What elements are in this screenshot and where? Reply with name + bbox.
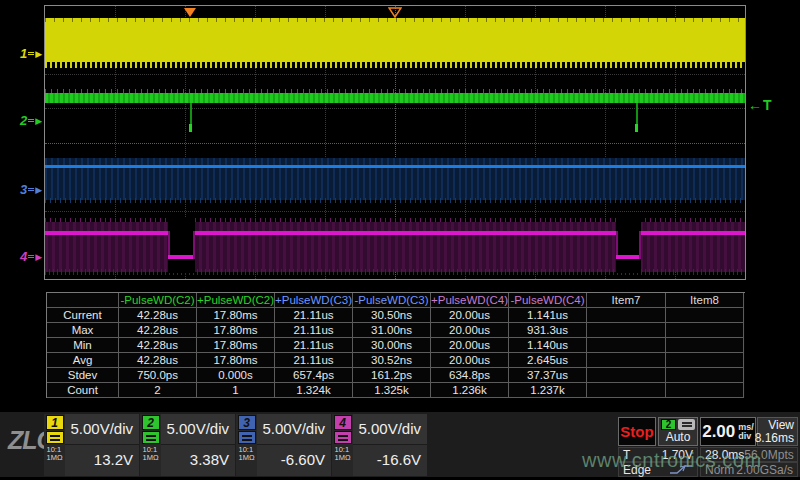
row-label: Avg xyxy=(47,353,119,368)
table-cell: 42.28us xyxy=(119,308,197,323)
table-cell xyxy=(587,368,666,383)
table-cell: 21.11us xyxy=(275,323,353,338)
table-cell xyxy=(666,368,744,383)
trigger-coupling-icon xyxy=(678,419,695,430)
table-cell: 0.000s xyxy=(197,368,275,383)
table-cell: 31.00ns xyxy=(353,323,431,338)
ch1-marker-number: 1 xyxy=(20,46,27,61)
table-cell: 634.8ps xyxy=(431,368,509,383)
table-cell: 42.28us xyxy=(119,338,197,353)
ch3-waveform-noise xyxy=(45,198,745,203)
view-window-button[interactable]: View 8.16ms xyxy=(757,417,798,446)
ch4-dc-coupling-icon xyxy=(334,431,352,444)
table-header-cell: -PulseWD(C3) xyxy=(353,293,431,308)
ch3-marker-number: 3 xyxy=(20,182,27,197)
table-cell xyxy=(587,383,666,398)
ch4-position-marker[interactable]: 4 ▶ xyxy=(20,249,42,264)
measurement-table: -PulseWD(C2) +PulseWD(C2) +PulseWD(C3) -… xyxy=(46,292,745,398)
ch1-probe-info: 10:11MΩ xyxy=(46,446,62,462)
table-cell xyxy=(666,383,744,398)
ch2-scale: 5.00V/div xyxy=(161,414,235,445)
row-label: Max xyxy=(47,323,119,338)
table-cell: 2 xyxy=(119,383,197,398)
ch2-settings-button[interactable]: 2 10:11MΩ 5.00V/div 3.38V xyxy=(140,414,235,476)
trigger-mode-button[interactable]: 2 Auto xyxy=(658,417,698,446)
ch1-settings-button[interactable]: 1 10:11MΩ 5.00V/div 13.2V xyxy=(44,414,139,476)
table-cell: 1 xyxy=(197,383,275,398)
ch4-settings-button[interactable]: 4 10:11MΩ 5.00V/div -16.6V xyxy=(332,414,427,476)
table-cell xyxy=(587,353,666,368)
table-cell: 1.237k xyxy=(509,383,587,398)
ch3-dc-coupling-icon xyxy=(238,431,256,444)
table-cell: 42.28us xyxy=(119,353,197,368)
ch1-marker-arrow-icon: ▶ xyxy=(35,49,42,59)
table-cell: 20.00us xyxy=(431,323,509,338)
timebase-value: 2.00 xyxy=(702,422,735,442)
ch1-position-marker[interactable]: 1 ▶ xyxy=(20,46,42,61)
timebase-button[interactable]: 2.00 ms/div xyxy=(700,417,756,446)
table-cell xyxy=(587,308,666,323)
table-header-cell: +PulseWD(C4) xyxy=(431,293,509,308)
trigger-source-badge: 2 xyxy=(661,419,676,430)
ch4-marker-number: 4 xyxy=(20,249,27,264)
table-cell xyxy=(587,338,666,353)
ch2-waveform xyxy=(45,93,745,103)
ch3-probe-info: 10:11MΩ xyxy=(238,446,254,462)
ch1-waveform xyxy=(45,18,745,62)
ch4-badge: 4 xyxy=(334,415,352,430)
table-cell: 2.645us xyxy=(509,353,587,368)
table-cell: 20.00us xyxy=(431,338,509,353)
ch2-badge: 2 xyxy=(142,415,160,430)
row-label: Current xyxy=(47,308,119,323)
table-cell: 931.3us xyxy=(509,323,587,338)
ch2-dc-coupling-icon xyxy=(142,431,160,444)
ch2-pulse-low xyxy=(189,124,192,132)
trigger-level-label: T xyxy=(763,97,773,113)
ch1-coupling-icon xyxy=(28,50,34,57)
ch1-scale: 5.00V/div xyxy=(65,414,139,445)
table-cell: 17.80ms xyxy=(197,338,275,353)
table-cell: 1.325k xyxy=(353,383,431,398)
table-cell: 1.324k xyxy=(275,383,353,398)
ch3-offset: -6.60V xyxy=(257,445,331,476)
table-cell: 30.00ns xyxy=(353,338,431,353)
table-cell: 161.2ps xyxy=(353,368,431,383)
trigger-level-marker[interactable]: ←T xyxy=(748,97,773,113)
table-cell: 30.50ns xyxy=(353,308,431,323)
ch2-pulse xyxy=(636,103,638,126)
ch3-coupling-icon xyxy=(28,186,34,193)
table-cell: 20.00us xyxy=(431,308,509,323)
ch4-marker-arrow-icon: ▶ xyxy=(35,252,42,262)
ch4-probe-info: 10:11MΩ xyxy=(334,446,350,462)
table-cell: 30.52ns xyxy=(353,353,431,368)
ch2-pulse-low xyxy=(635,124,638,132)
table-cell: 21.11us xyxy=(275,308,353,323)
ch4-coupling-icon xyxy=(28,253,34,260)
left-arrow-icon: ← xyxy=(748,97,763,113)
ch3-position-marker[interactable]: 3 ▶ xyxy=(20,182,42,197)
table-header-cell: +PulseWD(C3) xyxy=(275,293,353,308)
ch4-offset: -16.6V xyxy=(353,445,427,476)
oscilloscope-screen: 1 ▶ 2 ▶ 3 ▶ 4 ▶ xyxy=(0,0,800,480)
ch3-settings-button[interactable]: 3 10:11MΩ 5.00V/div -6.60V xyxy=(236,414,331,476)
table-cell: 20.00us xyxy=(431,353,509,368)
table-cell: 17.80ms xyxy=(197,323,275,338)
trigger-mode-label: Auto xyxy=(666,430,691,444)
trigger-delay-marker-icon[interactable] xyxy=(184,8,196,17)
table-cell xyxy=(666,338,744,353)
ch1-waveform-edges xyxy=(45,62,745,68)
table-header-cell: +PulseWD(C2) xyxy=(197,293,275,308)
ch1-badge: 1 xyxy=(46,415,64,430)
table-cell: 17.80ms xyxy=(197,353,275,368)
trigger-position-marker-icon[interactable] xyxy=(388,7,402,18)
watermark: www.cntronics.com xyxy=(582,449,762,472)
ch2-position-marker[interactable]: 2 ▶ xyxy=(20,113,42,128)
run-stop-button[interactable]: Stop xyxy=(618,417,656,446)
view-label: View xyxy=(768,419,794,432)
ch2-coupling-icon xyxy=(28,117,34,124)
ch4-scale: 5.00V/div xyxy=(353,414,427,445)
table-cell: 21.11us xyxy=(275,338,353,353)
row-label: Stdev xyxy=(47,368,119,383)
table-header-cell: -PulseWD(C4) xyxy=(509,293,587,308)
ch3-badge: 3 xyxy=(238,415,256,430)
